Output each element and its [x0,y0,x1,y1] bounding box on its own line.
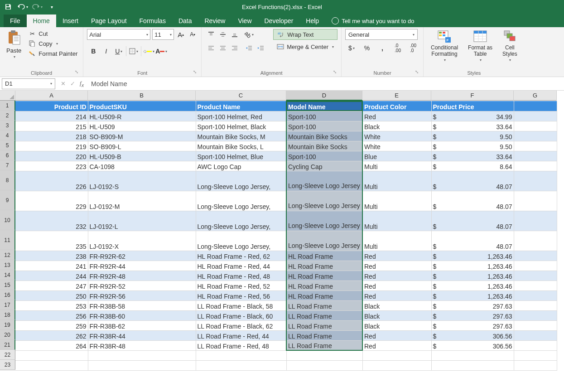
cell[interactable]: Black [362,320,431,330]
cell[interactable]: 218 [15,131,88,141]
cell[interactable]: 232 [15,211,88,231]
cell[interactable]: HL Road Frame - Red, 56 [196,290,286,300]
cell[interactable]: $1,263.46 [431,261,514,271]
cell[interactable]: $306.56 [431,340,514,350]
cell[interactable]: HL Road Frame - Red, 44 [196,261,286,271]
cell[interactable] [196,350,286,360]
cell[interactable]: Multi [362,191,431,211]
cell[interactable] [514,141,557,151]
cell[interactable]: $297.63 [431,320,514,330]
cell[interactable]: LL Road Frame [286,310,362,320]
cell[interactable] [514,131,557,141]
cell[interactable]: LL Road Frame - Red, 48 [196,340,286,350]
cell[interactable]: Product Name [196,101,286,111]
cell[interactable]: $48.07 [431,191,514,211]
cell[interactable]: Model Name [286,101,362,111]
column-header-B[interactable]: B [88,91,196,101]
row-header-12[interactable]: 12 [0,250,15,260]
number-format-combo[interactable]: General▾ [345,29,418,40]
column-header-G[interactable]: G [514,91,557,101]
cell[interactable]: Blue [362,151,431,161]
column-header-A[interactable]: A [15,91,88,101]
tab-help[interactable]: Help [299,15,325,27]
cell[interactable]: LL Road Frame - Black, 62 [196,320,286,330]
format-painter-button[interactable]: Format Painter [27,49,79,58]
row-header-8[interactable]: 8 [0,170,15,190]
align-center-button[interactable] [217,43,229,53]
cell[interactable] [514,151,557,161]
tab-data[interactable]: Data [172,15,198,27]
cell[interactable]: Multi [362,231,431,251]
cell[interactable]: Sport-100 Helmet, Blue [196,151,286,161]
cell[interactable]: HL Road Frame - Red, 52 [196,281,286,290]
dialog-launcher-icon[interactable]: ⤡ [332,69,337,75]
cell[interactable] [514,191,557,211]
cell[interactable]: Black [362,121,431,131]
align-left-button[interactable] [205,43,217,53]
cell[interactable]: 229 [15,191,88,211]
tab-formulas[interactable]: Formulas [133,15,172,27]
cell[interactable]: FR-R92R-44 [88,261,196,271]
tab-developer[interactable]: Developer [258,15,300,27]
cell[interactable] [514,271,557,281]
cell[interactable]: 215 [15,121,88,131]
row-header-11[interactable]: 11 [0,230,15,250]
row-header-13[interactable]: 13 [0,260,15,270]
cell[interactable] [514,101,557,111]
cell[interactable]: Long-Sleeve Logo Jersey, [196,211,286,231]
tab-insert[interactable]: Insert [56,15,85,27]
cell[interactable]: Product Price [431,101,514,111]
row-header-9[interactable]: 9 [0,190,15,210]
increase-font-button[interactable]: A▴ [176,29,186,40]
cell[interactable]: Sport-100 [286,151,362,161]
cell[interactable]: HL-U509-R [88,111,196,121]
cell[interactable]: Long-Sleeve Logo Jersey [286,231,362,251]
cell[interactable]: 219 [15,141,88,151]
cut-button[interactable]: ✂ Cut [27,29,79,38]
cell[interactable]: HL-U509 [88,121,196,131]
cell[interactable] [514,121,557,131]
row-header-18[interactable]: 18 [0,310,15,320]
cell[interactable] [514,261,557,271]
cell[interactable] [514,111,557,121]
cell[interactable] [514,350,557,360]
cell[interactable]: Red [362,261,431,271]
cell[interactable] [88,350,196,360]
cell[interactable] [514,281,557,290]
cell[interactable]: $9.50 [431,131,514,141]
cell[interactable]: 226 [15,171,88,191]
row-header-15[interactable]: 15 [0,280,15,290]
cell[interactable]: Product Color [362,101,431,111]
cell[interactable]: $306.56 [431,330,514,340]
cell[interactable] [514,330,557,340]
cell[interactable]: FR-R38B-58 [88,300,196,310]
cell[interactable]: AWC Logo Cap [196,161,286,171]
name-box[interactable]: D1▾ [2,78,55,89]
cell[interactable]: Multi [362,161,431,171]
cell[interactable]: 250 [15,290,88,300]
tab-home[interactable]: Home [27,15,56,27]
cell[interactable]: Red [362,281,431,290]
cell[interactable]: HL Road Frame [286,281,362,290]
cell[interactable]: LJ-0192-M [88,191,196,211]
orientation-button[interactable]: ab▾ [243,29,255,40]
align-bottom-button[interactable] [229,29,241,40]
wrap-text-button[interactable]: ab Wrap Text [273,29,337,40]
row-header-7[interactable]: 7 [0,160,15,170]
cell[interactable]: FR-R92R-62 [88,251,196,261]
cell[interactable]: LL Road Frame [286,330,362,340]
cell[interactable]: Mountain Bike Socks, L [196,141,286,151]
italic-button[interactable]: I [100,45,112,57]
fx-icon[interactable]: fx [80,80,84,88]
row-header-23[interactable]: 23 [0,360,15,370]
cell[interactable]: Sport-100 Helmet, Red [196,111,286,121]
dialog-launcher-icon[interactable]: ⤡ [192,69,198,75]
column-header-F[interactable]: F [431,91,514,101]
cell[interactable]: LL Road Frame - Black, 58 [196,300,286,310]
spreadsheet-grid[interactable]: ABCDEFG 12345678910111213141516171819202… [0,91,564,392]
cell[interactable]: Sport-100 [286,111,362,121]
cell[interactable]: 220 [15,151,88,161]
cell[interactable] [514,211,557,231]
increase-indent-button[interactable] [255,43,267,53]
cell[interactable]: Long-Sleeve Logo Jersey, [196,171,286,191]
